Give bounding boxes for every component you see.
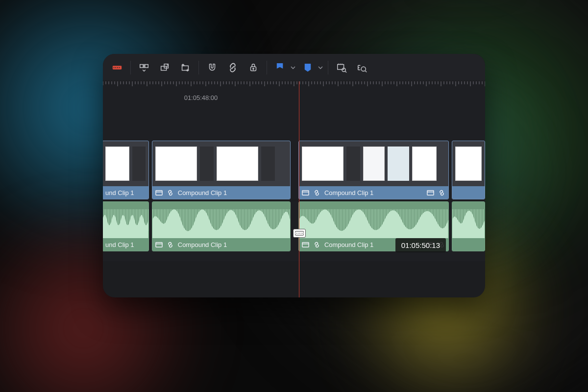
svg-rect-15 (302, 242, 309, 246)
playhead[interactable] (299, 81, 299, 297)
clip-type-icon (302, 189, 309, 196)
timecode-tooltip: 01:05:50:13 (395, 238, 446, 252)
razor-cursor-icon (293, 229, 306, 238)
flag-icon[interactable] (271, 59, 290, 76)
video-clip[interactable]: Compound Clip 1 (152, 141, 291, 199)
svg-point-9 (361, 67, 366, 71)
link-icon (313, 241, 320, 248)
lock-position-icon[interactable] (244, 59, 263, 76)
clip-label: Compound Clip 1 (324, 241, 373, 248)
separator (198, 61, 199, 74)
video-clip[interactable] (452, 141, 485, 199)
clip-label: Compound Clip 1 (324, 189, 373, 196)
link-icon[interactable] (223, 59, 242, 76)
video-clip[interactable]: und Clip 1 (103, 141, 149, 199)
blade-tool-icon[interactable] (108, 59, 126, 76)
link-icon (167, 241, 174, 248)
audio-clip[interactable]: und Clip 1 (103, 201, 149, 251)
timeline-panel: 01:05:48:00 und Clip 1 Compound Clip 1 C… (103, 54, 485, 297)
clip-type-icon (155, 241, 163, 248)
snap-icon[interactable] (203, 59, 221, 76)
timeline-ruler-area: 01:05:48:00 (103, 81, 485, 141)
separator (267, 61, 267, 74)
ruler-timecode: 01:05:48:00 (103, 92, 485, 105)
clip-label: Compound Clip 1 (178, 241, 227, 248)
zoom-full-icon[interactable] (332, 59, 351, 76)
marker-icon[interactable] (298, 59, 317, 76)
timeline-toolbar (103, 54, 485, 81)
svg-rect-13 (427, 190, 434, 195)
clip-label: und Clip 1 (105, 241, 134, 248)
svg-rect-12 (302, 190, 309, 195)
timeline-ruler[interactable] (103, 81, 485, 92)
clip-type-icon (427, 189, 434, 196)
link-icon (313, 189, 320, 196)
overwrite-clip-icon[interactable] (155, 59, 174, 76)
link-icon (167, 189, 174, 196)
audio-clip[interactable] (452, 201, 485, 251)
separator (130, 61, 131, 74)
replace-clip-icon[interactable] (176, 59, 195, 76)
video-track[interactable]: und Clip 1 Compound Clip 1 Compound Clip… (103, 141, 485, 199)
flag-dropdown[interactable] (290, 59, 296, 76)
marker-dropdown[interactable] (317, 59, 324, 76)
clip-label: Compound Clip 1 (178, 189, 227, 196)
svg-rect-1 (140, 64, 143, 67)
link-icon (438, 189, 445, 196)
insert-clip-icon[interactable] (135, 59, 153, 76)
svg-rect-2 (145, 64, 148, 67)
zoom-detail-icon[interactable] (353, 59, 371, 76)
separator (328, 61, 328, 74)
clip-type-icon (302, 241, 309, 248)
audio-clip[interactable]: Compound Clip 1 (152, 201, 291, 251)
svg-rect-11 (156, 190, 162, 195)
clip-label: und Clip 1 (105, 189, 134, 196)
svg-rect-14 (156, 242, 162, 246)
video-clip[interactable]: Compound Clip 1 (298, 141, 449, 199)
clip-type-icon (155, 189, 163, 196)
